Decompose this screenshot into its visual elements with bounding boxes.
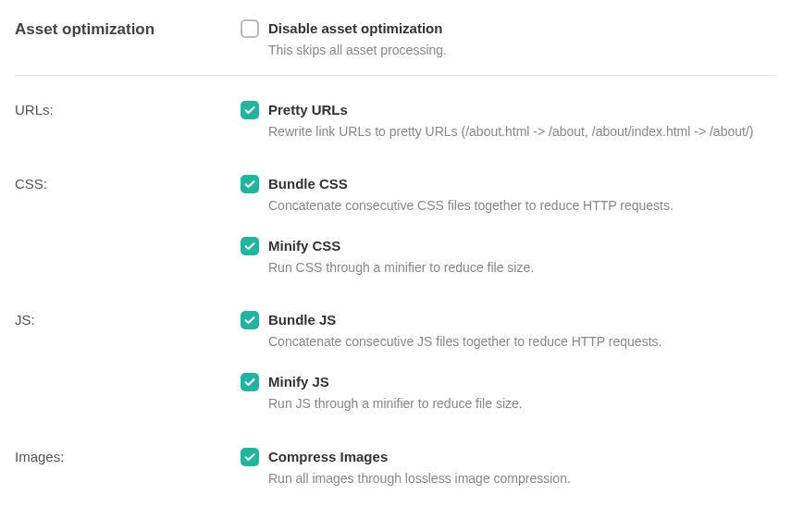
js-label: JS: (15, 310, 241, 328)
disable-checkbox[interactable] (241, 19, 259, 38)
minify-css-option: Minify CSS Run CSS through a minifier to… (241, 236, 776, 278)
urls-content: Pretty URLs Rewrite link URLs to pretty … (241, 100, 776, 142)
bundle-js-desc: Concatenate consecutive JS files togethe… (268, 333, 661, 352)
check-icon (243, 178, 256, 191)
js-content: Bundle JS Concatenate consecutive JS fil… (241, 310, 776, 413)
check-icon (243, 104, 256, 117)
bundle-js-checkbox[interactable] (241, 311, 259, 329)
css-content: Bundle CSS Concatenate consecutive CSS f… (241, 174, 776, 277)
pretty-urls-option: Pretty URLs Rewrite link URLs to pretty … (241, 100, 776, 142)
pretty-urls-title: Pretty URLs (268, 100, 753, 119)
compress-images-desc: Run all images through lossless image co… (268, 470, 571, 489)
minify-js-option: Minify JS Run JS through a minifier to r… (241, 372, 776, 414)
urls-group: URLs: Pretty URLs Rewrite link URLs to p… (15, 76, 776, 151)
compress-images-checkbox[interactable] (241, 448, 259, 466)
disable-text: Disable asset optimization This skips al… (268, 19, 447, 60)
pretty-urls-desc: Rewrite link URLs to pretty URLs (/about… (268, 123, 753, 142)
disable-row: Asset optimization Disable asset optimiz… (15, 19, 776, 75)
check-icon (243, 240, 256, 253)
css-group: CSS: Bundle CSS Concatenate consecutive … (15, 150, 776, 286)
urls-label: URLs: (15, 100, 241, 118)
bundle-css-desc: Concatenate consecutive CSS files togeth… (268, 197, 674, 216)
minify-js-desc: Run JS through a minifier to reduce file… (268, 395, 523, 414)
bundle-js-title: Bundle JS (268, 310, 661, 329)
bundle-css-option: Bundle CSS Concatenate consecutive CSS f… (241, 174, 776, 216)
disable-option: Disable asset optimization This skips al… (241, 19, 776, 60)
check-icon (243, 314, 256, 327)
minify-css-desc: Run CSS through a minifier to reduce fil… (268, 259, 534, 278)
pretty-urls-checkbox[interactable] (241, 101, 259, 119)
disable-desc: This skips all asset processing. (268, 42, 447, 60)
section-title: Asset optimization (15, 20, 154, 38)
disable-content: Disable asset optimization This skips al… (241, 19, 776, 60)
minify-css-checkbox[interactable] (241, 237, 259, 255)
minify-css-title: Minify CSS (268, 236, 534, 255)
check-icon (243, 451, 256, 464)
minify-js-checkbox[interactable] (241, 373, 259, 391)
bundle-css-checkbox[interactable] (241, 175, 259, 193)
minify-js-title: Minify JS (268, 372, 523, 391)
section-title-col: Asset optimization (15, 19, 241, 39)
disable-title: Disable asset optimization (268, 19, 447, 38)
images-label: Images: (15, 447, 241, 464)
js-group: JS: Bundle JS Concatenate consecutive JS… (15, 286, 776, 422)
compress-images-title: Compress Images (268, 447, 571, 466)
css-label: CSS: (15, 174, 241, 192)
compress-images-option: Compress Images Run all images through l… (241, 447, 776, 489)
bundle-css-title: Bundle CSS (268, 174, 674, 193)
bundle-js-option: Bundle JS Concatenate consecutive JS fil… (241, 310, 776, 352)
check-icon (243, 376, 256, 389)
images-group: Images: Compress Images Run all images t… (15, 423, 776, 498)
images-content: Compress Images Run all images through l… (241, 447, 776, 489)
